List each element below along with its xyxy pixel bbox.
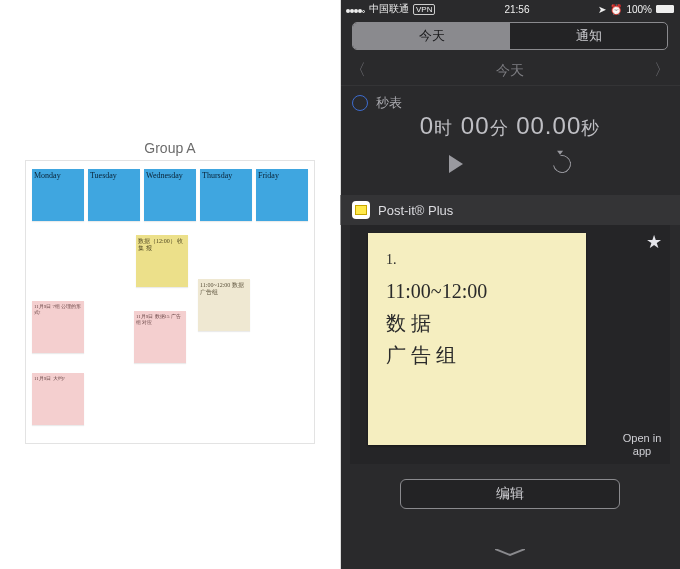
postit-app-icon	[352, 201, 370, 219]
reset-icon[interactable]	[549, 151, 574, 176]
note-pink-3[interactable]: 11月9日 大约?	[32, 373, 84, 425]
stopwatch-title: 秒表	[376, 94, 402, 112]
postit-widget-header: Post-it® Plus	[340, 195, 680, 225]
play-icon[interactable]	[449, 155, 463, 173]
sw-mins: 00	[461, 112, 490, 139]
grabber-icon[interactable]	[495, 549, 525, 555]
note-tuesday[interactable]: Tuesday	[88, 169, 140, 221]
signal-dots-icon	[346, 4, 365, 15]
note-friday[interactable]: Friday	[256, 169, 308, 221]
sw-secs: 00.00	[516, 112, 581, 139]
note-wednesday[interactable]: Wednesday	[144, 169, 196, 221]
alarm-icon: ⏰	[610, 4, 622, 15]
battery-label: 100%	[626, 4, 652, 15]
day-navigator: 〈 今天 〉	[340, 56, 680, 86]
postit-widget-body: ★ 1. 11:00~12:00 数 据 广 告 组 Open in app	[350, 225, 670, 464]
note-line-1: 1.	[386, 249, 568, 271]
vpn-badge: VPN	[413, 4, 435, 15]
note-line-2: 11:00~12:00	[386, 275, 568, 307]
postit-note-card[interactable]: 1. 11:00~12:00 数 据 广 告 组	[368, 233, 586, 445]
ios-notification-center: 中国联通 VPN 21:56 ➤ ⏰ 100% 今天 通知 〈 今天 〉 秒表 …	[340, 0, 680, 569]
note-thursday[interactable]: Thursday	[200, 169, 252, 221]
battery-icon	[656, 5, 674, 13]
note-line-4: 广 告 组	[386, 339, 568, 371]
note-line-3: 数 据	[386, 307, 568, 339]
tab-today[interactable]: 今天	[353, 23, 510, 49]
status-bar: 中国联通 VPN 21:56 ➤ ⏰ 100%	[340, 0, 680, 18]
note-pink-2[interactable]: 11月9日 数据15 广告组 对应	[134, 311, 186, 363]
stopwatch-controls	[340, 155, 680, 173]
postit-board-screenshot: Group A Monday Tuesday Wednesday Thursda…	[0, 0, 340, 569]
sw-unit-s: 秒	[581, 118, 600, 138]
star-icon[interactable]: ★	[646, 231, 662, 253]
stopwatch-display: 0时 00分 00.00秒	[340, 112, 680, 140]
statusbar-time: 21:56	[504, 4, 529, 15]
chevron-right-icon[interactable]: 〉	[654, 60, 670, 81]
sw-unit-m: 分	[490, 118, 509, 138]
note-yellow-1[interactable]: 数据（12:00） 收集 报	[136, 235, 188, 287]
sw-unit-h: 时	[434, 118, 453, 138]
day-label: 今天	[496, 62, 524, 80]
location-icon: ➤	[598, 4, 606, 15]
sw-hours: 0	[420, 112, 434, 139]
note-monday[interactable]: Monday	[32, 169, 84, 221]
postit-title: Post-it® Plus	[378, 203, 453, 218]
tab-notifications[interactable]: 通知	[510, 23, 667, 49]
note-pink-1[interactable]: 11月9日 7组 公理的形式!	[32, 301, 84, 353]
note-yellow-2[interactable]: 11:00~12:00 数据 广告组	[198, 279, 250, 331]
board-title: Group A	[0, 140, 340, 156]
segmented-control[interactable]: 今天 通知	[352, 22, 668, 50]
clock-icon	[352, 95, 368, 111]
chevron-left-icon[interactable]: 〈	[350, 60, 366, 81]
open-in-app-button[interactable]: Open in app	[620, 432, 664, 458]
board-frame: Monday Tuesday Wednesday Thursday Friday…	[25, 160, 315, 444]
carrier-label: 中国联通	[369, 2, 409, 16]
edit-button[interactable]: 编辑	[400, 479, 620, 509]
